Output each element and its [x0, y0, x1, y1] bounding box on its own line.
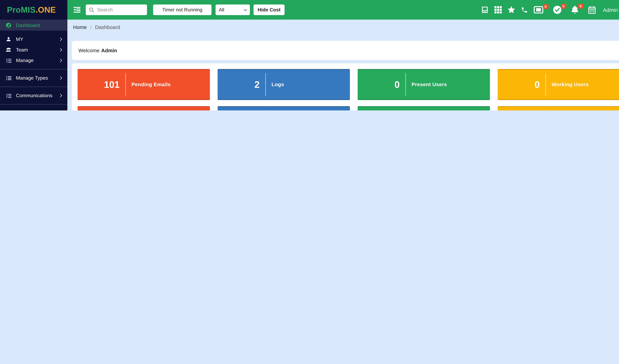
chevron-right-icon [58, 48, 62, 52]
inbox-icon[interactable] [481, 6, 489, 13]
sidebar-group-pms: PMS Reports [0, 104, 67, 111]
sidebar-group-dashboard: Dashboard [0, 20, 67, 31]
topbar-right: 0 0 9 Admin [481, 0, 619, 20]
breadcrumb-separator: / [90, 25, 91, 30]
list-icon [5, 76, 12, 80]
stat-tile-pending-emails[interactable]: 101Pending Emails [78, 69, 210, 100]
sidebar-item-team[interactable]: Team [0, 44, 67, 55]
stat-value: 2 [218, 79, 266, 90]
sidebar-item-label: Communications [16, 93, 59, 98]
sidebar-item-manage-types[interactable]: Manage Types [0, 73, 67, 83]
stat-value: 0 [498, 79, 546, 90]
phone-icon[interactable] [521, 6, 528, 13]
chevron-right-icon [58, 38, 62, 41]
star-icon[interactable] [507, 6, 515, 13]
hide-cost-button[interactable]: Hide Cost [253, 4, 285, 15]
stat-label: Logs [266, 82, 284, 87]
brand-logo[interactable]: ProMIS.ONE [0, 0, 67, 20]
check-circle-icon[interactable]: 0 [553, 6, 561, 14]
sidebar: ProMIS.ONE Dashboard MY Team [0, 0, 67, 111]
app-root: ProMIS.ONE Dashboard MY Team [0, 0, 619, 111]
main-content: Home / Dashboard ? Welcome Admin 101Pend… [67, 20, 619, 110]
user-menu-label: Admin [603, 7, 618, 13]
stat-tile-pending-tasks[interactable]: 1Pending Tasks [78, 106, 210, 110]
sidebar-item-manage[interactable]: Manage [0, 55, 67, 66]
card-icon[interactable]: 0 [534, 6, 543, 13]
stat-tile-leave-requests[interactable]: 3Leave Requests [498, 106, 619, 110]
sidebar-item-dashboard[interactable]: Dashboard [0, 20, 67, 31]
topbar: Timer not Running All Hide Cost 0 [67, 0, 619, 20]
sidebar-item-pms[interactable]: PMS [0, 108, 67, 111]
sidebar-item-label: Team [16, 47, 59, 53]
stats-grid: 101Pending Emails 2Logs 0Present Users 0… [78, 69, 619, 110]
search-wrap [86, 4, 147, 15]
welcome-prefix: Welcome [78, 48, 99, 53]
sidebar-item-label: Manage [16, 57, 59, 63]
brand-part-one: .ONE [36, 5, 56, 14]
sidebar-item-label: Dashboard [16, 22, 62, 28]
breadcrumb-home[interactable]: Home [73, 25, 87, 30]
card-badge: 0 [543, 4, 548, 9]
stat-tile-tickets[interactable]: 0Tickets [358, 106, 490, 110]
welcome-card: Welcome Admin [72, 41, 619, 60]
stats-panel: 101Pending Emails 2Logs 0Present Users 0… [72, 63, 619, 110]
sidebar-toggle-icon[interactable] [73, 7, 81, 13]
breadcrumb-current: Dashboard [95, 25, 120, 30]
timer-button[interactable]: Timer not Running [153, 4, 211, 15]
sidebar-item-communications[interactable]: Communications [0, 90, 67, 101]
brand-part-promis: ProMIS [7, 5, 36, 14]
sidebar-group-manage-types: Manage Types [0, 69, 67, 86]
filter-select-value: All [219, 7, 244, 13]
chevron-right-icon [58, 76, 62, 80]
stat-value: 0 [358, 79, 406, 90]
chevron-right-icon [58, 94, 62, 97]
user-menu[interactable]: Admin [603, 7, 619, 13]
welcome-user: Admin [101, 48, 117, 53]
users-icon [5, 47, 12, 52]
search-input[interactable] [86, 4, 147, 15]
stat-tile-projects[interactable]: 2Projects [218, 106, 350, 110]
tasks-list-icon [5, 58, 12, 63]
stat-label: Working Users [546, 82, 589, 87]
sidebar-item-label: MY [16, 36, 59, 42]
bell-badge: 9 [578, 4, 583, 8]
check-badge: 0 [561, 4, 566, 8]
sidebar-item-my[interactable]: MY [0, 34, 67, 44]
stat-tile-working-users[interactable]: 0Working Users [498, 69, 619, 100]
chevron-down-icon [244, 7, 247, 11]
stat-value: 101 [78, 79, 126, 90]
filter-select[interactable]: All [215, 4, 250, 15]
sidebar-group-communications: Communications [0, 86, 67, 104]
stat-label: Present Users [406, 82, 447, 87]
calendar-icon[interactable] [588, 6, 595, 14]
sidebar-item-label: Manage Types [16, 75, 59, 81]
stat-label: Pending Emails [126, 82, 171, 87]
chevron-right-icon [58, 59, 62, 62]
tasks-list-icon [5, 93, 12, 98]
sidebar-group-my: MY Team Manage [0, 31, 67, 69]
breadcrumb: Home / Dashboard [67, 20, 619, 31]
user-icon [5, 37, 12, 42]
stat-tile-logs[interactable]: 2Logs [218, 69, 350, 100]
bell-icon[interactable]: 9 [571, 6, 578, 14]
dashboard-gauge-icon [5, 22, 12, 28]
search-icon [89, 7, 94, 14]
grid-icon[interactable] [494, 6, 502, 13]
stat-tile-present-users[interactable]: 0Present Users [358, 69, 490, 100]
